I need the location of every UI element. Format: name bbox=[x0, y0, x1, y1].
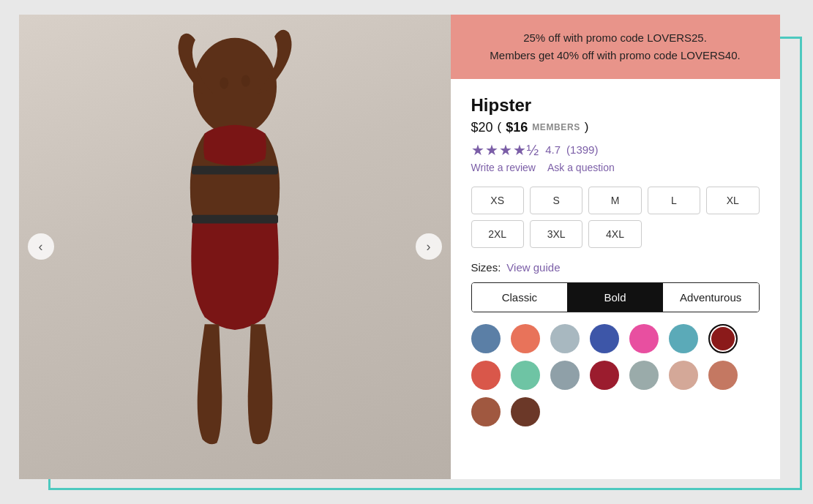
swatch-dark-brown[interactable] bbox=[511, 397, 540, 426]
right-arrow-icon: › bbox=[427, 239, 431, 255]
svg-point-4 bbox=[241, 75, 250, 86]
swatch-mint-green[interactable] bbox=[511, 361, 540, 390]
tab-classic[interactable]: Classic bbox=[472, 283, 568, 312]
size-empty-1 bbox=[648, 220, 700, 248]
size-2xl-button[interactable]: 2XL bbox=[471, 220, 524, 248]
swatch-burgundy[interactable] bbox=[590, 361, 619, 390]
rating-row: ★★★★½ 4.7 (1399) bbox=[471, 141, 760, 159]
page-wrapper: ‹ › 25% off with promo code LOVERS25. Me… bbox=[19, 15, 795, 490]
swatch-coral-red[interactable] bbox=[471, 361, 501, 390]
size-grid-row1: XS S M L XL bbox=[471, 187, 760, 214]
promo-banner: 25% off with promo code LOVERS25. Member… bbox=[451, 15, 780, 79]
review-links: Write a review Ask a question bbox=[471, 162, 760, 173]
swatch-medium-gray[interactable] bbox=[550, 361, 580, 390]
swatch-hot-pink[interactable] bbox=[629, 324, 659, 353]
rating-value: 4.7 bbox=[545, 143, 561, 156]
svg-rect-2 bbox=[191, 214, 277, 223]
next-image-button[interactable]: › bbox=[416, 233, 442, 260]
color-swatches-row2 bbox=[471, 361, 760, 390]
product-info: Hipster $20 ( $16 MEMBERS ) ★★★★½ 4.7 (1… bbox=[451, 79, 780, 479]
svg-rect-1 bbox=[191, 165, 277, 174]
price-row: $20 ( $16 MEMBERS ) bbox=[471, 120, 760, 135]
product-image-section: ‹ › bbox=[19, 15, 451, 479]
left-arrow-icon: ‹ bbox=[39, 239, 43, 255]
model-illustration bbox=[96, 22, 374, 468]
ask-question-link[interactable]: Ask a question bbox=[547, 162, 615, 173]
prev-image-button[interactable]: ‹ bbox=[28, 233, 54, 260]
product-details-section: 25% off with promo code LOVERS25. Member… bbox=[451, 15, 780, 479]
rating-count: (1399) bbox=[566, 143, 598, 156]
price-member-label: MEMBERS bbox=[532, 122, 580, 132]
price-member: $16 bbox=[506, 120, 528, 135]
sizes-label-row: Sizes: View guide bbox=[471, 261, 760, 274]
swatch-terracotta[interactable] bbox=[708, 361, 738, 390]
swatch-teal-blue[interactable] bbox=[669, 324, 698, 353]
star-icons: ★★★★½ bbox=[471, 141, 540, 159]
size-4xl-button[interactable]: 4XL bbox=[588, 220, 641, 248]
color-swatches-row3 bbox=[471, 397, 760, 426]
view-guide-link[interactable]: View guide bbox=[506, 261, 560, 274]
swatch-blush-nude[interactable] bbox=[669, 361, 698, 390]
product-name: Hipster bbox=[471, 95, 760, 116]
size-l-button[interactable]: L bbox=[648, 187, 700, 214]
price-separator-close: ) bbox=[585, 120, 589, 135]
size-empty-2 bbox=[706, 220, 759, 248]
sizes-label: Sizes: bbox=[471, 261, 501, 274]
size-s-button[interactable]: S bbox=[530, 187, 582, 214]
size-3xl-button[interactable]: 3XL bbox=[530, 220, 582, 248]
swatch-warm-brown[interactable] bbox=[471, 397, 501, 426]
size-xs-button[interactable]: XS bbox=[471, 187, 524, 214]
color-swatches-row1 bbox=[471, 324, 760, 353]
swatch-slate-blue[interactable] bbox=[471, 324, 501, 353]
svg-point-3 bbox=[220, 77, 228, 89]
style-tabs: Classic Bold Adventurous bbox=[471, 282, 760, 312]
size-grid-row2: 2XL 3XL 4XL bbox=[471, 220, 760, 248]
promo-line1: 25% off with promo code LOVERS25. bbox=[473, 29, 758, 47]
swatch-sage-gray[interactable] bbox=[629, 361, 659, 390]
write-review-link[interactable]: Write a review bbox=[471, 162, 536, 173]
swatch-cobalt-blue[interactable] bbox=[590, 324, 619, 353]
main-card: ‹ › 25% off with promo code LOVERS25. Me… bbox=[19, 15, 780, 479]
price-separator: ( bbox=[498, 120, 502, 135]
price-original: $20 bbox=[471, 120, 493, 135]
size-xl-button[interactable]: XL bbox=[706, 187, 759, 214]
swatch-coral-orange[interactable] bbox=[511, 324, 540, 353]
promo-line2: Members get 40% off with promo code LOVE… bbox=[473, 47, 758, 64]
tab-adventurous[interactable]: Adventurous bbox=[663, 283, 759, 312]
size-m-button[interactable]: M bbox=[588, 187, 641, 214]
model-image bbox=[19, 15, 451, 479]
swatch-dark-red-selected[interactable] bbox=[708, 324, 738, 353]
swatch-light-gray-blue[interactable] bbox=[550, 324, 580, 353]
tab-bold[interactable]: Bold bbox=[567, 283, 663, 312]
